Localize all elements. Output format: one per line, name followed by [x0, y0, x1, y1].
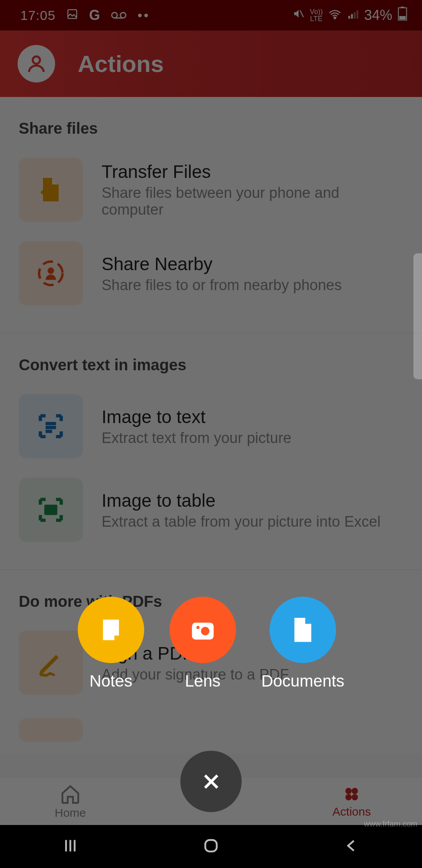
fab-documents[interactable]: Documents: [261, 597, 344, 690]
fab-label: Lens: [185, 672, 220, 690]
svg-point-26: [196, 626, 199, 629]
fab-notes[interactable]: Notes: [78, 597, 144, 690]
modal-scrim[interactable]: [0, 0, 422, 868]
fab-label: Documents: [261, 672, 344, 690]
svg-point-25: [201, 627, 209, 635]
camera-icon: [170, 597, 236, 663]
fab-lens[interactable]: Lens: [170, 597, 236, 690]
document-icon: [270, 597, 336, 663]
scroll-handle[interactable]: [413, 253, 422, 379]
recents-button[interactable]: [62, 837, 79, 856]
fab-label: Notes: [89, 672, 132, 690]
fab-close[interactable]: [181, 751, 242, 812]
fab-menu: Notes Lens Documents: [0, 597, 422, 690]
home-button[interactable]: [202, 837, 220, 856]
close-icon: [200, 771, 222, 792]
notes-icon: [78, 597, 144, 663]
svg-rect-32: [205, 840, 216, 851]
watermark: www.frfam.com: [364, 820, 417, 829]
back-button[interactable]: [343, 837, 360, 856]
system-nav: [0, 825, 422, 868]
